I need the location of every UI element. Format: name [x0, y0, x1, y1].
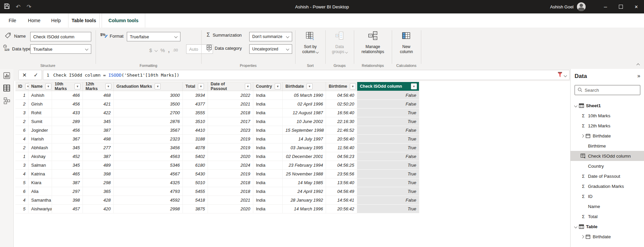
table-cell[interactable]: Samantha	[29, 196, 52, 205]
field-item-name[interactable]: Name	[571, 201, 644, 211]
table-cell[interactable]: 2323	[114, 135, 183, 143]
field-item-id[interactable]: ΣID	[571, 191, 644, 201]
table-cell[interactable]: 2	[15, 117, 29, 126]
table-cell[interactable]: 21:46:52	[326, 126, 357, 135]
table-cell[interactable]: 02 April 1996	[283, 100, 326, 109]
chevron-right-icon[interactable]	[580, 135, 585, 137]
table-cell[interactable]: 1	[15, 152, 29, 161]
table-cell[interactable]: 2018	[208, 109, 253, 117]
table-cell[interactable]: 13:56:40	[326, 178, 357, 187]
table-cell[interactable]: 02 December 2001	[283, 152, 326, 161]
table-cell[interactable]: True	[357, 170, 419, 178]
column-name-input[interactable]: Check ISOdd column	[30, 32, 91, 41]
table-cell[interactable]: 2019	[208, 135, 253, 143]
table-cell[interactable]: False	[357, 152, 419, 161]
table-cell[interactable]: 4567	[114, 170, 183, 178]
column-filter-dropdown-icon[interactable]: ▾	[74, 83, 80, 89]
table-cell[interactable]: 2021	[208, 196, 253, 205]
table-cell[interactable]: 2998	[114, 205, 183, 213]
column-filter-dropdown-icon[interactable]: ▾	[307, 83, 313, 89]
table-cell[interactable]: Akshay	[29, 152, 52, 161]
table-cell[interactable]: 2023	[208, 126, 253, 135]
report-view-icon[interactable]	[3, 72, 10, 79]
tab-home[interactable]: Home	[25, 13, 43, 28]
column-header-name[interactable]: Name▾	[29, 82, 52, 91]
account-name[interactable]: Ashish Goel	[550, 4, 574, 9]
table-cell[interactable]: India	[253, 178, 283, 187]
table-cell[interactable]: 25 November 1988	[283, 170, 326, 178]
column-header-id[interactable]: ID▾	[15, 82, 29, 91]
table-cell[interactable]: 4793	[114, 187, 183, 196]
table-cell[interactable]: 5	[15, 178, 29, 187]
table-cell[interactable]: 03 January 1995	[283, 143, 326, 152]
table-cell[interactable]: 15 September 1998	[283, 126, 326, 135]
table-cell[interactable]: India	[253, 126, 283, 135]
table-cell[interactable]: Harish	[29, 135, 52, 143]
table-cell[interactable]: 398	[52, 196, 83, 205]
field-item-10th-marks[interactable]: Σ10th Marks	[571, 111, 644, 121]
cancel-formula-icon[interactable]: ✕	[22, 72, 26, 78]
table-cell[interactable]: 2022	[208, 91, 253, 100]
table-cell[interactable]: Katrina	[29, 170, 52, 178]
table-cell[interactable]: 466	[52, 91, 83, 100]
table-cell[interactable]: 4563	[114, 152, 183, 161]
summarization-select[interactable]: Don't summarize	[249, 32, 292, 41]
table-cell[interactable]: India	[253, 170, 283, 178]
table-cell[interactable]: Joginder	[29, 126, 52, 135]
table-cell[interactable]: 498	[83, 135, 114, 143]
table-cell[interactable]: Abhilash	[29, 143, 52, 152]
table-cell[interactable]: True	[357, 109, 419, 117]
table-cell[interactable]: True	[357, 187, 419, 196]
table-cell[interactable]: 04:56:49	[326, 187, 357, 196]
chevron-right-icon[interactable]	[580, 236, 585, 238]
table-cell[interactable]: 23:56:56	[326, 170, 357, 178]
table-cell[interactable]: 20:56:40	[326, 135, 357, 143]
sort-by-column-button[interactable]: ↑↓ Sort bycolumn	[295, 31, 325, 54]
table-cell[interactable]: India	[253, 91, 283, 100]
table-cell[interactable]: 6	[15, 187, 29, 196]
table-cell[interactable]: True	[357, 117, 419, 126]
table-cell[interactable]: 5455	[183, 187, 208, 196]
table-cell[interactable]: 3188	[183, 135, 208, 143]
table-cell[interactable]: False	[357, 196, 419, 205]
table-cell[interactable]: 24 April 1992	[283, 187, 326, 196]
table-cell[interactable]: 3500	[114, 100, 183, 109]
close-button[interactable]: ✕	[629, 0, 644, 13]
table-cell[interactable]: 387	[83, 152, 114, 161]
column-filter-dropdown-icon[interactable]: ▾	[245, 83, 251, 89]
field-item-12th-marks[interactable]: Σ12th Marks	[571, 121, 644, 131]
table-cell[interactable]: Alia	[29, 187, 52, 196]
data-view-icon[interactable]	[3, 85, 10, 91]
table-cell[interactable]: 2019	[208, 170, 253, 178]
table-cell[interactable]: 20:56:42	[326, 205, 357, 213]
column-header-12th-marks[interactable]: 12th Marks▾	[83, 82, 114, 91]
table-cell[interactable]: 04:56:23	[326, 152, 357, 161]
table-cell[interactable]: 3875	[183, 205, 208, 213]
tab-file[interactable]: File	[5, 13, 20, 28]
table-cell[interactable]: 421	[83, 100, 114, 109]
table-cell[interactable]: India	[253, 143, 283, 152]
table-cell[interactable]: 10 June 2002	[283, 117, 326, 126]
table-cell[interactable]: 5430	[183, 170, 208, 178]
table-cell[interactable]: India	[253, 205, 283, 213]
datatype-select[interactable]: True/false	[30, 44, 91, 54]
table-cell[interactable]: 4	[15, 196, 29, 205]
table-cell[interactable]: 3000	[114, 91, 183, 100]
table-cell[interactable]: 6180	[183, 161, 208, 170]
field-item-graduation-marks[interactable]: ΣGraduation Marks	[571, 181, 644, 191]
table-node-sheet1[interactable]: Sheet1	[571, 100, 644, 111]
column-header-country[interactable]: Country▾	[253, 82, 283, 91]
table-cell[interactable]: 5010	[183, 178, 208, 187]
table-cell[interactable]: 3567	[114, 126, 183, 135]
currency-icon[interactable]: $	[149, 47, 152, 53]
tab-column-tools[interactable]: Column tools	[102, 13, 145, 29]
column-filter-dropdown-icon[interactable]: ▾	[155, 83, 161, 89]
table-cell[interactable]: 3555	[183, 109, 208, 117]
table-cell[interactable]: 298	[83, 178, 114, 187]
table-cell[interactable]: 420	[83, 205, 114, 213]
column-filter-dropdown-icon[interactable]: ▾	[411, 83, 417, 89]
format-select[interactable]: True/false	[127, 32, 180, 41]
table-cell[interactable]: 289	[52, 117, 83, 126]
table-cell[interactable]: 16:56:40	[326, 109, 357, 117]
table-cell[interactable]: India	[253, 152, 283, 161]
